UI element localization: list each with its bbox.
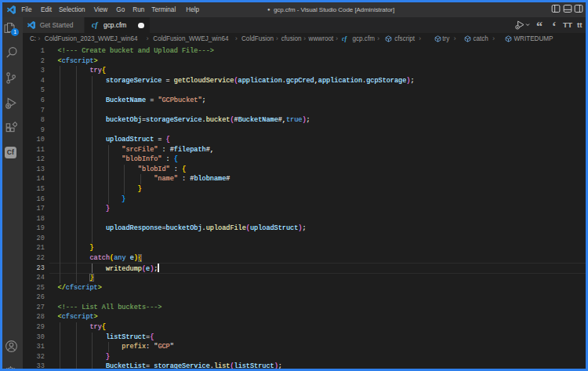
svg-text:cf: cf <box>92 21 99 29</box>
svg-text:cf: cf <box>342 35 347 42</box>
